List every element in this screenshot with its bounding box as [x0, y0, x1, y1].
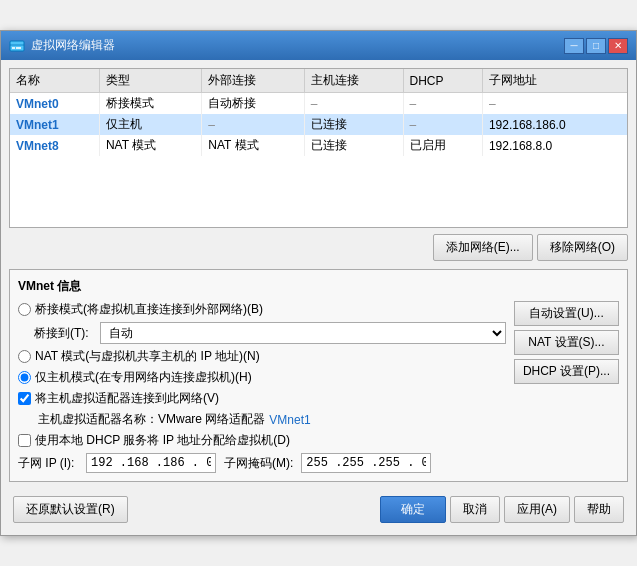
adapter-name-value: VMnet1 — [269, 413, 310, 427]
ip-row: 子网 IP (I): 子网掩码(M): — [18, 453, 506, 473]
network-table-area[interactable]: 名称 类型 外部连接 主机连接 DHCP 子网地址 VMnet0 桥接模式 自动… — [9, 68, 628, 228]
vmnet-info-section: VMnet 信息 桥接模式(将虚拟机直接连接到外部网络)(B) 桥接到(T): … — [9, 269, 628, 482]
nat-mode-radio[interactable] — [18, 350, 31, 363]
bridge-to-select[interactable]: 自动 — [100, 322, 506, 344]
bottom-right-buttons: 确定 取消 应用(A) 帮助 — [380, 496, 624, 523]
restore-defaults-button[interactable]: 还原默认设置(R) — [13, 496, 128, 523]
subnet-mask-label: 子网掩码(M): — [224, 455, 293, 472]
close-button[interactable]: ✕ — [608, 38, 628, 54]
bridge-mode-row: 桥接模式(将虚拟机直接连接到外部网络)(B) — [18, 301, 506, 318]
apply-button[interactable]: 应用(A) — [504, 496, 570, 523]
remove-network-button[interactable]: 移除网络(O) — [537, 234, 628, 261]
content-area: 名称 类型 外部连接 主机连接 DHCP 子网地址 VMnet0 桥接模式 自动… — [1, 60, 636, 535]
row0-type: 桥接模式 — [99, 93, 201, 115]
bridge-to-label: 桥接到(T): — [34, 325, 94, 342]
row2-dhcp: 已启用 — [403, 135, 482, 156]
row2-name: VMnet8 — [10, 135, 99, 156]
adapter-name-prefix: 主机虚拟适配器名称：VMware 网络适配器 — [38, 411, 265, 428]
row2-host: 已连接 — [304, 135, 403, 156]
bridge-mode-radio[interactable] — [18, 303, 31, 316]
dhcp-label: 使用本地 DHCP 服务将 IP 地址分配给虚拟机(D) — [35, 432, 290, 449]
host-only-mode-label: 仅主机模式(在专用网络内连接虚拟机)(H) — [35, 369, 252, 386]
row1-name: VMnet1 — [10, 114, 99, 135]
minimize-button[interactable]: ─ — [564, 38, 584, 54]
window-icon — [9, 38, 25, 54]
table-action-buttons: 添加网络(E)... 移除网络(O) — [9, 234, 628, 261]
col-name: 名称 — [10, 69, 99, 93]
subnet-ip-input[interactable] — [86, 453, 216, 473]
title-bar-left: 虚拟网络编辑器 — [9, 37, 115, 54]
window-title: 虚拟网络编辑器 — [31, 37, 115, 54]
svg-rect-0 — [10, 41, 24, 51]
bridge-to-row: 桥接到(T): 自动 — [34, 322, 506, 344]
info-right-buttons: 自动设置(U)... NAT 设置(S)... DHCP 设置(P)... — [514, 301, 619, 384]
cancel-button[interactable]: 取消 — [450, 496, 500, 523]
table-row[interactable]: VMnet0 桥接模式 自动桥接 – – – — [10, 93, 627, 115]
table-row[interactable]: VMnet8 NAT 模式 NAT 模式 已连接 已启用 192.168.8.0 — [10, 135, 627, 156]
row1-host: 已连接 — [304, 114, 403, 135]
main-window: 虚拟网络编辑器 ─ □ ✕ 名称 类型 外部连接 主机连接 DHCP 子网地址 — [0, 30, 637, 536]
dhcp-checkbox[interactable] — [18, 434, 31, 447]
dhcp-settings-button[interactable]: DHCP 设置(P)... — [514, 359, 619, 384]
row2-type: NAT 模式 — [99, 135, 201, 156]
svg-rect-3 — [16, 47, 21, 49]
row0-dhcp: – — [403, 93, 482, 115]
row0-name: VMnet0 — [10, 93, 99, 115]
info-left: 桥接模式(将虚拟机直接连接到外部网络)(B) 桥接到(T): 自动 NAT 模式… — [18, 301, 506, 473]
row1-type: 仅主机 — [99, 114, 201, 135]
col-external: 外部连接 — [202, 69, 304, 93]
table-row[interactable]: VMnet1 仅主机 – 已连接 – 192.168.186.0 — [10, 114, 627, 135]
title-bar: 虚拟网络编辑器 ─ □ ✕ — [1, 31, 636, 60]
maximize-button[interactable]: □ — [586, 38, 606, 54]
network-table: 名称 类型 外部连接 主机连接 DHCP 子网地址 VMnet0 桥接模式 自动… — [10, 69, 627, 156]
row1-dhcp: – — [403, 114, 482, 135]
row0-host: – — [304, 93, 403, 115]
col-dhcp: DHCP — [403, 69, 482, 93]
connect-adapter-checkbox[interactable] — [18, 392, 31, 405]
ok-button[interactable]: 确定 — [380, 496, 446, 523]
nat-settings-button[interactable]: NAT 设置(S)... — [514, 330, 619, 355]
bottom-left-buttons: 还原默认设置(R) — [13, 496, 128, 523]
subnet-mask-input[interactable] — [301, 453, 431, 473]
row1-external: – — [202, 114, 304, 135]
auto-settings-button[interactable]: 自动设置(U)... — [514, 301, 619, 326]
add-network-button[interactable]: 添加网络(E)... — [433, 234, 533, 261]
row0-subnet: – — [482, 93, 627, 115]
help-button[interactable]: 帮助 — [574, 496, 624, 523]
row2-external: NAT 模式 — [202, 135, 304, 156]
vmnet-info-title: VMnet 信息 — [18, 278, 619, 295]
adapter-name-row: 主机虚拟适配器名称：VMware 网络适配器 VMnet1 — [38, 411, 506, 428]
bottom-bar: 还原默认设置(R) 确定 取消 应用(A) 帮助 — [9, 490, 628, 527]
title-controls: ─ □ ✕ — [564, 38, 628, 54]
table-header-row: 名称 类型 外部连接 主机连接 DHCP 子网地址 — [10, 69, 627, 93]
info-row: 桥接模式(将虚拟机直接连接到外部网络)(B) 桥接到(T): 自动 NAT 模式… — [18, 301, 619, 473]
connect-adapter-label: 将主机虚拟适配器连接到此网络(V) — [35, 390, 219, 407]
host-only-mode-radio[interactable] — [18, 371, 31, 384]
row1-subnet: 192.168.186.0 — [482, 114, 627, 135]
nat-mode-row: NAT 模式(与虚拟机共享主机的 IP 地址)(N) — [18, 348, 506, 365]
nat-mode-label: NAT 模式(与虚拟机共享主机的 IP 地址)(N) — [35, 348, 260, 365]
row0-external: 自动桥接 — [202, 93, 304, 115]
row2-subnet: 192.168.8.0 — [482, 135, 627, 156]
col-host: 主机连接 — [304, 69, 403, 93]
bridge-mode-label: 桥接模式(将虚拟机直接连接到外部网络)(B) — [35, 301, 263, 318]
host-only-mode-row: 仅主机模式(在专用网络内连接虚拟机)(H) — [18, 369, 506, 386]
dhcp-checkbox-row: 使用本地 DHCP 服务将 IP 地址分配给虚拟机(D) — [18, 432, 506, 449]
connect-adapter-row: 将主机虚拟适配器连接到此网络(V) — [18, 390, 506, 407]
col-type: 类型 — [99, 69, 201, 93]
subnet-ip-label: 子网 IP (I): — [18, 455, 78, 472]
svg-rect-2 — [12, 47, 15, 49]
col-subnet: 子网地址 — [482, 69, 627, 93]
